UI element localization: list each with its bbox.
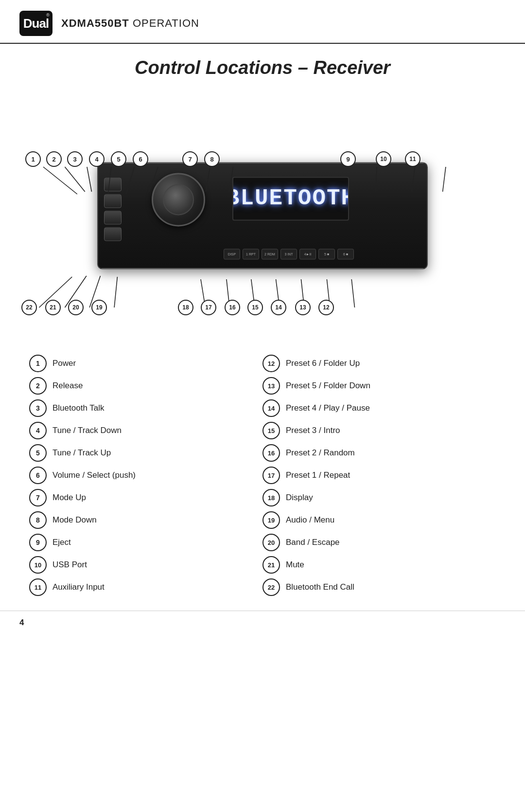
callout-11: 11 — [405, 151, 420, 167]
legend-num-9: 9 — [29, 534, 47, 551]
legend-item-10: 10 USB Port — [29, 556, 262, 574]
logo-text: Dual — [23, 16, 49, 31]
legend-item-18: 18 Display — [262, 489, 496, 506]
legend-label-16: Preset 2 / Random — [286, 448, 355, 458]
legend-item-2: 2 Release — [29, 377, 262, 395]
call-btn — [104, 211, 122, 224]
legend-label-4: Tune / Track Down — [52, 426, 122, 435]
preset-4-btn: 4►II — [299, 249, 316, 259]
preset-buttons: DISP 1 RPT 2 RDM 3 INT 4►II 5 ■ 6 ■ — [224, 249, 354, 259]
logo: Dual ® — [19, 11, 52, 36]
legend-item-12: 12 Preset 6 / Folder Up — [262, 355, 496, 372]
legend-label-19: Audio / Menu — [286, 515, 334, 525]
legend-item-4: 4 Tune / Track Down — [29, 422, 262, 439]
legend-label-6: Volume / Select (push) — [52, 470, 136, 480]
legend-num-18: 18 — [262, 489, 280, 506]
preset-5-btn: 5 ■ — [318, 249, 335, 259]
display-text: BLUETOOTH — [232, 186, 349, 211]
callout-8: 8 — [204, 151, 220, 167]
callout-9: 9 — [340, 151, 356, 167]
preset-3-btn: 3 INT — [280, 249, 297, 259]
callout-15: 15 — [247, 300, 263, 315]
legend-item-13: 13 Preset 5 / Folder Down — [262, 377, 496, 395]
end-btn — [104, 227, 122, 241]
preset-1-btn: 1 RPT — [243, 249, 259, 259]
legend-label-1: Power — [52, 359, 76, 368]
legend-item-6: 6 Volume / Select (push) — [29, 467, 262, 484]
legend-label-2: Release — [52, 381, 83, 391]
svg-line-10 — [443, 167, 446, 192]
callout-18: 18 — [178, 300, 193, 315]
callout-22: 22 — [21, 300, 37, 315]
legend-col-left: 1 Power 2 Release 3 Bluetooth Talk 4 Tun… — [29, 355, 262, 596]
legend-num-8: 8 — [29, 511, 47, 529]
legend-item-21: 21 Mute — [262, 556, 496, 574]
legend-num-14: 14 — [262, 399, 280, 417]
legend-item-1: 1 Power — [29, 355, 262, 372]
legend-num-19: 19 — [262, 511, 280, 529]
legend-item-15: 15 Preset 3 / Intro — [262, 422, 496, 439]
seek-btn — [104, 194, 122, 208]
callout-7: 7 — [182, 151, 198, 167]
header: Dual ® XDMA550BT OPERATION — [0, 0, 525, 44]
legend-num-20: 20 — [262, 534, 280, 551]
legend-label-12: Preset 6 / Folder Up — [286, 359, 360, 368]
legend-num-12: 12 — [262, 355, 280, 372]
legend-num-15: 15 — [262, 422, 280, 439]
footer: 4 — [0, 611, 525, 634]
legend-label-8: Mode Down — [52, 515, 97, 525]
legend-label-14: Preset 4 / Play / Pause — [286, 403, 370, 413]
legend-num-17: 17 — [262, 467, 280, 484]
preset-2-btn: 2 RDM — [262, 249, 278, 259]
page-number: 4 — [19, 618, 24, 627]
legend-num-1: 1 — [29, 355, 47, 372]
svg-line-0 — [43, 167, 77, 194]
legend-num-11: 11 — [29, 578, 47, 596]
header-title: XDMA550BT OPERATION — [61, 17, 199, 30]
callout-16: 16 — [225, 300, 240, 315]
legend-num-7: 7 — [29, 489, 47, 506]
legend-num-6: 6 — [29, 467, 47, 484]
callout-4: 4 — [89, 151, 105, 167]
legend-num-3: 3 — [29, 399, 47, 417]
legend-label-13: Preset 5 / Folder Down — [286, 381, 370, 391]
legend-label-10: USB Port — [52, 560, 87, 570]
callout-13: 13 — [295, 300, 311, 315]
legend-num-16: 16 — [262, 444, 280, 462]
legend-item-3: 3 Bluetooth Talk — [29, 399, 262, 417]
receiver-image: BLUETOOTH DISP 1 RPT 2 RDM 3 INT 4►II 5 … — [97, 162, 428, 269]
svg-line-14 — [114, 277, 117, 307]
legend-num-10: 10 — [29, 556, 47, 574]
legend-item-7: 7 Mode Up — [29, 489, 262, 506]
legend-item-8: 8 Mode Down — [29, 511, 262, 529]
callout-5: 5 — [111, 151, 126, 167]
legend: 1 Power 2 Release 3 Bluetooth Talk 4 Tun… — [0, 340, 525, 606]
callout-1: 1 — [25, 151, 41, 167]
svg-line-2 — [87, 167, 92, 192]
legend-item-11: 11 Auxiliary Input — [29, 578, 262, 596]
preset-6-btn: 6 ■ — [337, 249, 354, 259]
disp-btn: DISP — [224, 249, 240, 259]
legend-item-22: 22 Bluetooth End Call — [262, 578, 496, 596]
legend-label-3: Bluetooth Talk — [52, 403, 104, 413]
legend-label-22: Bluetooth End Call — [286, 582, 354, 592]
legend-item-9: 9 Eject — [29, 534, 262, 551]
left-button-group — [104, 178, 122, 241]
legend-label-11: Auxiliary Input — [52, 582, 105, 592]
legend-label-15: Preset 3 / Intro — [286, 426, 340, 435]
legend-item-16: 16 Preset 2 / Random — [262, 444, 496, 462]
legend-num-22: 22 — [262, 578, 280, 596]
page-title: Control Locations – Receiver — [0, 44, 525, 87]
diagram-area: BLUETOOTH DISP 1 RPT 2 RDM 3 INT 4►II 5 … — [0, 87, 525, 340]
legend-label-5: Tune / Track Up — [52, 448, 111, 458]
legend-label-17: Preset 1 / Repeat — [286, 470, 350, 480]
callout-20: 20 — [68, 300, 84, 315]
legend-num-13: 13 — [262, 377, 280, 395]
legend-col-right: 12 Preset 6 / Folder Up 13 Preset 5 / Fo… — [262, 355, 496, 596]
legend-item-5: 5 Tune / Track Up — [29, 444, 262, 462]
legend-item-19: 19 Audio / Menu — [262, 511, 496, 529]
legend-label-7: Mode Up — [52, 493, 86, 503]
legend-label-21: Mute — [286, 560, 304, 570]
svg-line-21 — [351, 279, 354, 307]
callout-17: 17 — [201, 300, 216, 315]
